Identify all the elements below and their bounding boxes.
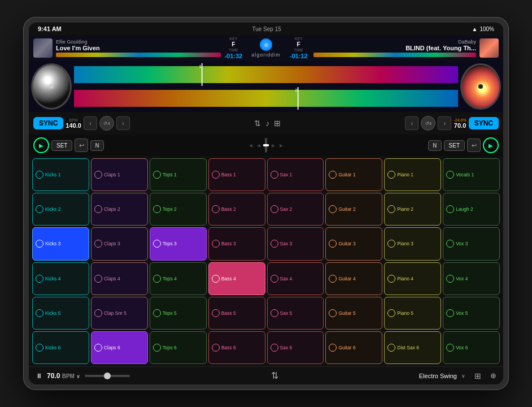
pad-piano-1[interactable]: Piano 1 bbox=[384, 158, 441, 191]
pad-vocals-1[interactable]: Vocals 1 bbox=[443, 158, 500, 191]
left-loop-button[interactable]: ↺4 bbox=[99, 116, 114, 131]
pad-sax-5[interactable]: Sax 5 bbox=[267, 297, 324, 330]
pad-label-piano-5: Piano 5 bbox=[397, 310, 413, 316]
pause-button[interactable]: ⏸ bbox=[36, 372, 42, 380]
pad-vocals-3[interactable]: Vox 3 bbox=[443, 227, 500, 260]
left-next-button[interactable]: › bbox=[116, 116, 130, 130]
pad-column-bass: Bass 1Bass 2Bass 3Bass 4Bass 5Bass 6 bbox=[208, 158, 265, 364]
pad-claps-6[interactable]: Claps 6 bbox=[91, 331, 148, 364]
pad-sax-4[interactable]: Sax 4 bbox=[267, 262, 324, 295]
pad-vocals-4[interactable]: Vox 4 bbox=[443, 262, 500, 295]
svg-rect-3 bbox=[74, 90, 458, 107]
pad-guitar-2[interactable]: Guitar 2 bbox=[325, 193, 382, 226]
left-platter[interactable] bbox=[31, 63, 72, 110]
pad-bass-6[interactable]: Bass 6 bbox=[208, 331, 265, 364]
left-play-button[interactable]: ▶ bbox=[33, 137, 49, 153]
pad-kicks-2[interactable]: Kicks 2 bbox=[32, 193, 89, 226]
left-sync-button[interactable]: SYNC bbox=[33, 117, 63, 129]
pad-sax-6[interactable]: Sax 6 bbox=[267, 331, 324, 364]
pad-kicks-1[interactable]: Kicks 1 bbox=[32, 158, 89, 191]
pad-icon-guitar-1 bbox=[329, 171, 337, 179]
svg-text:1: 1 bbox=[199, 64, 202, 69]
mixer-icon[interactable]: ⇅ bbox=[271, 370, 278, 381]
pad-icon-sax-2 bbox=[271, 205, 278, 213]
grid-view-icon[interactable]: ⊞ bbox=[274, 119, 281, 128]
pad-vocals-5[interactable]: Vox 5 bbox=[443, 297, 500, 330]
pad-kicks-6[interactable]: Kicks 6 bbox=[32, 331, 89, 364]
pad-kicks-3[interactable]: Kicks 3 bbox=[32, 227, 89, 260]
pad-label-vocals-5: Vox 5 bbox=[456, 310, 468, 316]
pad-claps-2[interactable]: Claps 2 bbox=[91, 193, 148, 226]
pad-guitar-3[interactable]: Guitar 3 bbox=[325, 227, 382, 260]
pad-tops-5[interactable]: Tops 5 bbox=[150, 297, 207, 330]
right-platter[interactable] bbox=[460, 63, 501, 110]
pad-guitar-1[interactable]: Guitar 1 bbox=[325, 158, 382, 191]
right-n-button[interactable]: N bbox=[428, 140, 441, 151]
tempo-slider[interactable] bbox=[85, 375, 130, 377]
pad-kicks-4[interactable]: Kicks 4 bbox=[32, 262, 89, 295]
pad-tops-1[interactable]: Tops 1 bbox=[150, 158, 207, 191]
pad-guitar-6[interactable]: Guitar 6 bbox=[325, 331, 382, 364]
pad-bass-1[interactable]: Bass 1 bbox=[208, 158, 265, 191]
pad-icon-bass-2 bbox=[212, 205, 220, 213]
pad-tops-3[interactable]: Tops 3 bbox=[150, 227, 207, 260]
pad-label-kicks-2: Kicks 2 bbox=[45, 206, 60, 212]
pad-claps-3[interactable]: Claps 3 bbox=[91, 227, 148, 260]
left-n-button[interactable]: N bbox=[90, 140, 103, 151]
pad-icon-piano-4 bbox=[387, 275, 395, 283]
right-artist: DaBaby bbox=[313, 39, 476, 45]
pad-sax-3[interactable]: Sax 3 bbox=[267, 227, 324, 260]
right-set-button[interactable]: SET bbox=[444, 140, 465, 151]
music-note-icon[interactable]: ♪ bbox=[265, 119, 269, 128]
left-prev-button[interactable]: ‹ bbox=[84, 116, 97, 130]
pad-label-tops-1: Tops 1 bbox=[163, 172, 177, 177]
pad-vocals-6[interactable]: Vox 6 bbox=[443, 331, 500, 364]
settings-icon[interactable]: ⊕ bbox=[490, 371, 496, 380]
pad-icon-kicks-6 bbox=[36, 344, 43, 352]
pad-vocals-2[interactable]: Laugh 2 bbox=[443, 193, 500, 226]
right-prev-button[interactable]: ‹ bbox=[405, 116, 418, 130]
pad-label-bass-4: Bass 4 bbox=[221, 276, 236, 282]
waveform-main: 1 bbox=[74, 63, 458, 110]
pad-sax-2[interactable]: Sax 2 bbox=[267, 193, 324, 226]
pad-tops-6[interactable]: Tops 6 bbox=[150, 331, 207, 364]
pad-tops-4[interactable]: Tops 4 bbox=[150, 262, 207, 295]
pitch-slider[interactable] bbox=[265, 138, 267, 153]
pad-icon-tops-3 bbox=[153, 240, 161, 248]
pad-bass-3[interactable]: Bass 3 bbox=[208, 227, 265, 260]
right-track-details: DaBaby BLIND (feat. Young Th... bbox=[313, 39, 476, 57]
pad-icon-claps-2 bbox=[94, 205, 102, 213]
pad-claps-4[interactable]: Claps 4 bbox=[91, 262, 148, 295]
right-loop-button[interactable]: ↺4 bbox=[421, 116, 435, 131]
pad-guitar-5[interactable]: Guitar 5 bbox=[325, 297, 382, 330]
pad-bass-4[interactable]: Bass 4 bbox=[208, 262, 265, 295]
pad-bass-2[interactable]: Bass 2 bbox=[208, 193, 265, 226]
right-play-button[interactable]: ▶ bbox=[483, 137, 499, 153]
grid-layout-icon[interactable]: ⊞ bbox=[474, 371, 481, 380]
pad-claps-5[interactable]: Clap Snr 5 bbox=[91, 297, 148, 330]
swing-label[interactable]: Electro Swing bbox=[419, 373, 457, 379]
left-set-button[interactable]: SET bbox=[51, 140, 72, 151]
pad-piano-3[interactable]: Piano 3 bbox=[384, 227, 441, 260]
pad-kicks-5[interactable]: Kicks 5 bbox=[32, 297, 89, 330]
pad-claps-1[interactable]: Claps 1 bbox=[91, 158, 148, 191]
mixer-adjust-icon[interactable]: ⇅ bbox=[254, 119, 261, 128]
right-next-button[interactable]: › bbox=[438, 116, 451, 130]
pad-label-piano-1: Piano 1 bbox=[397, 172, 413, 177]
pad-piano-5[interactable]: Piano 5 bbox=[384, 297, 441, 330]
pad-piano-4[interactable]: Piano 4 bbox=[384, 262, 441, 295]
pad-piano-6[interactable]: Dist Sax 6 bbox=[384, 331, 441, 364]
pad-piano-2[interactable]: Piano 2 bbox=[384, 193, 441, 226]
pad-icon-kicks-5 bbox=[36, 309, 43, 317]
pad-bass-5[interactable]: Bass 5 bbox=[208, 297, 265, 330]
right-sync-button[interactable]: SYNC bbox=[469, 117, 499, 129]
pad-label-claps-3: Claps 3 bbox=[104, 241, 120, 246]
pad-guitar-4[interactable]: Guitar 4 bbox=[325, 262, 382, 295]
pad-sax-1[interactable]: Sax 1 bbox=[267, 158, 324, 191]
pad-label-tops-4: Tops 4 bbox=[163, 276, 177, 282]
right-loop-mode-button[interactable]: ↩ bbox=[467, 138, 481, 152]
pad-label-tops-3: Tops 3 bbox=[163, 241, 177, 246]
pad-icon-vocals-4 bbox=[446, 275, 454, 283]
pad-tops-2[interactable]: Tops 2 bbox=[150, 193, 207, 226]
left-loop-mode-button[interactable]: ↩ bbox=[75, 138, 88, 152]
